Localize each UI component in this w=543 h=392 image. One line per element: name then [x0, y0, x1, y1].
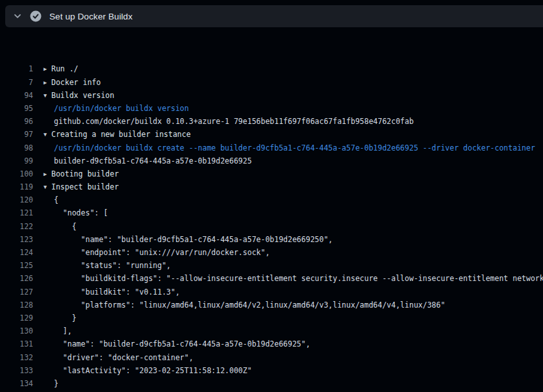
- line-number[interactable]: 7: [0, 76, 33, 89]
- group-title: Creating a new builder instance: [51, 130, 191, 139]
- line-number[interactable]: 133: [0, 364, 33, 377]
- output-text: "endpoint": "unix:///var/run/docker.sock…: [44, 246, 270, 259]
- group-line: ▼Inspect builder: [44, 180, 119, 193]
- check-circle-icon: [30, 10, 42, 22]
- output-text: "buildkit": "v0.11.3",: [44, 286, 180, 299]
- line-number[interactable]: 1: [0, 62, 33, 75]
- log-row: 133 "lastActivity": "2023-02-25T11:58:12…: [0, 364, 543, 377]
- group-line: ▶Run ./: [44, 62, 79, 75]
- group-line: ▶Booting builder: [44, 167, 119, 180]
- log-row: 120{: [0, 193, 543, 206]
- log-row: 122 {: [0, 220, 543, 233]
- group-line: ▼Creating a new builder instance: [44, 128, 191, 141]
- log-group-row[interactable]: 94▼Buildx version: [0, 89, 543, 102]
- group-title: Buildx version: [51, 91, 114, 100]
- log-row: 128 "platforms": "linux/amd64,linux/amd6…: [0, 299, 543, 312]
- log-row: 134}: [0, 377, 543, 390]
- line-number[interactable]: 98: [0, 141, 33, 154]
- line-number[interactable]: 97: [0, 128, 33, 141]
- step-header[interactable]: Set up Docker Buildx: [5, 5, 543, 27]
- group-title: Run ./: [51, 64, 79, 73]
- line-number[interactable]: 126: [0, 272, 33, 285]
- log-row: 96github.com/docker/buildx 0.10.3+azure-…: [0, 115, 543, 128]
- log-row: 123 "name": "builder-d9cfb5a1-c764-445a-…: [0, 233, 543, 246]
- line-number[interactable]: 120: [0, 193, 33, 206]
- log-row: 132 "driver": "docker-container",: [0, 351, 543, 364]
- line-number[interactable]: 127: [0, 286, 33, 299]
- log-group-row[interactable]: 97▼Creating a new builder instance: [0, 128, 543, 141]
- triangle-down-icon: ▼: [44, 128, 51, 141]
- output-text: }: [44, 377, 58, 390]
- log-row: 130 ],: [0, 325, 543, 337]
- triangle-right-icon: ▶: [44, 62, 51, 75]
- line-number[interactable]: 95: [0, 102, 33, 115]
- triangle-right-icon: ▶: [44, 76, 51, 89]
- line-number[interactable]: 94: [0, 89, 33, 102]
- log-row: 121 "nodes": [: [0, 206, 543, 219]
- output-text: {: [44, 193, 58, 206]
- log-row: 127 "buildkit": "v0.11.3",: [0, 286, 543, 299]
- output-text: "name": "builder-d9cfb5a1-c764-445a-a57e…: [44, 337, 310, 350]
- output-text: builder-d9cfb5a1-c764-445a-a57e-0b19d2e6…: [44, 154, 252, 167]
- line-number[interactable]: 99: [0, 154, 33, 167]
- line-number[interactable]: 100: [0, 167, 33, 180]
- output-text: {: [44, 220, 77, 233]
- output-text: }: [44, 312, 77, 325]
- output-text: "buildkitd-flags": "--allow-insecure-ent…: [44, 272, 543, 285]
- output-text: github.com/docker/buildx 0.10.3+azure-1 …: [44, 115, 414, 128]
- line-number[interactable]: 132: [0, 351, 33, 364]
- triangle-down-icon: ▼: [44, 89, 51, 102]
- line-number[interactable]: 123: [0, 233, 33, 246]
- log-row: 129 }: [0, 312, 543, 325]
- command-text: /usr/bin/docker buildx create --name bui…: [44, 141, 535, 154]
- output-text: "driver": "docker-container",: [44, 351, 194, 364]
- output-text: "name": "builder-d9cfb5a1-c764-445a-a57e…: [44, 233, 333, 246]
- line-number[interactable]: 130: [0, 325, 33, 337]
- output-text: "nodes": [: [44, 206, 108, 219]
- step-title: Set up Docker Buildx: [49, 12, 133, 21]
- group-line: ▶Docker info: [44, 76, 101, 89]
- log-group-row[interactable]: 1▶Run ./: [0, 62, 543, 75]
- output-text: "lastActivity": "2023-02-25T11:58:12.000…: [44, 364, 252, 377]
- log-row: 99builder-d9cfb5a1-c764-445a-a57e-0b19d2…: [0, 154, 543, 167]
- line-number[interactable]: 131: [0, 337, 33, 350]
- line-number[interactable]: 121: [0, 206, 33, 219]
- output-text: "status": "running",: [44, 259, 171, 272]
- group-title: Docker info: [51, 78, 101, 87]
- line-number[interactable]: 124: [0, 246, 33, 259]
- group-line: ▼Buildx version: [44, 89, 114, 102]
- group-title: Booting builder: [51, 169, 119, 178]
- chevron-down-icon[interactable]: [12, 11, 23, 21]
- log-group-row[interactable]: 100▶Booting builder: [0, 167, 543, 180]
- line-number[interactable]: 128: [0, 299, 33, 312]
- triangle-right-icon: ▶: [44, 167, 51, 180]
- command-text: /usr/bin/docker buildx version: [44, 102, 189, 115]
- log-row: 131 "name": "builder-d9cfb5a1-c764-445a-…: [0, 337, 543, 350]
- line-number[interactable]: 122: [0, 220, 33, 233]
- log-row: 98/usr/bin/docker buildx create --name b…: [0, 141, 543, 154]
- triangle-down-icon: ▼: [44, 180, 51, 193]
- line-number[interactable]: 125: [0, 259, 33, 272]
- log-group-row[interactable]: 7▶Docker info: [0, 76, 543, 89]
- log-rows: 1▶Run ./7▶Docker info94▼Buildx version95…: [0, 62, 543, 392]
- line-number[interactable]: 129: [0, 312, 33, 325]
- log-row: 124 "endpoint": "unix:///var/run/docker.…: [0, 246, 543, 259]
- log-group-row[interactable]: 119▼Inspect builder: [0, 180, 543, 193]
- log-row: 126 "buildkitd-flags": "--allow-insecure…: [0, 272, 543, 285]
- actions-log-viewer: Set up Docker Buildx 1▶Run ./7▶Docker in…: [0, 0, 543, 392]
- output-text: "platforms": "linux/amd64,linux/amd64/v2…: [44, 299, 445, 312]
- line-number[interactable]: 134: [0, 377, 33, 390]
- output-text: ],: [44, 325, 72, 337]
- group-title: Inspect builder: [51, 182, 119, 191]
- line-number[interactable]: 96: [0, 115, 33, 128]
- log-row: 125 "status": "running",: [0, 259, 543, 272]
- log-row: 95/usr/bin/docker buildx version: [0, 102, 543, 115]
- log-console: 1▶Run ./7▶Docker info94▼Buildx version95…: [0, 29, 543, 392]
- line-number[interactable]: 119: [0, 180, 33, 193]
